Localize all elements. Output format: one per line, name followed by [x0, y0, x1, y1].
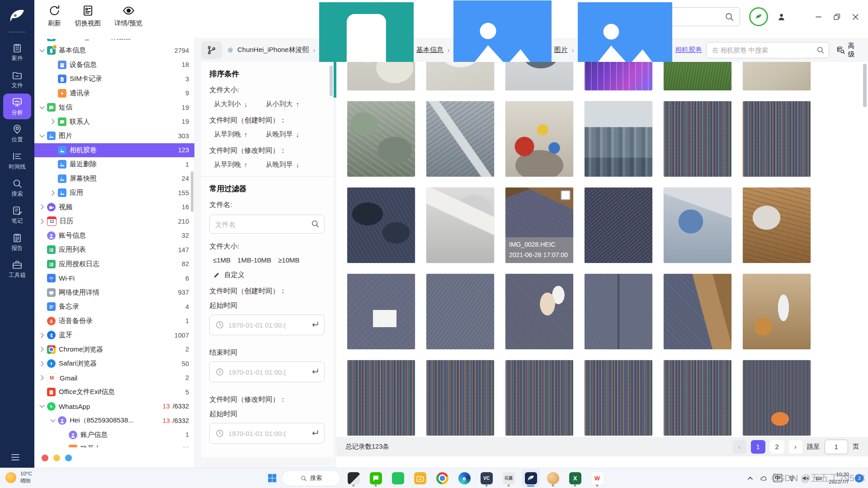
tree-item-Gmail[interactable]: MGmail2	[34, 371, 194, 385]
tree-item-日历[interactable]: 12日历210	[34, 214, 194, 229]
red-dot-button[interactable]	[42, 455, 48, 461]
photo-tile[interactable]	[743, 188, 811, 263]
grid-view-icon[interactable]	[159, 453, 168, 463]
tree-item-联系人[interactable]: 联系人19	[34, 115, 194, 129]
search-icon[interactable]	[311, 219, 320, 228]
rail-item-notes[interactable]: 笔记	[3, 202, 31, 228]
tree-item-SIM卡记录[interactable]: SIM卡记录3	[34, 72, 194, 86]
taskbar-app-tan-app[interactable]	[544, 469, 562, 487]
photo-tile[interactable]	[664, 188, 731, 263]
jump-page-input[interactable]	[825, 440, 848, 454]
taskbar-app-wps[interactable]: W	[588, 469, 606, 487]
advanced-search-button[interactable]: 高级	[836, 42, 861, 59]
created-start-input[interactable]: 1970-01-01 01:00:(	[209, 314, 325, 335]
photo-tile[interactable]	[585, 62, 652, 90]
photo-tile[interactable]	[743, 274, 811, 349]
photo-tile[interactable]	[743, 101, 811, 177]
search-icon[interactable]	[724, 12, 734, 22]
ime-indicator[interactable]: 中	[774, 474, 783, 482]
created-end-input[interactable]: 1970-01-01 01:00:(	[209, 361, 325, 382]
tree-item-相机胶卷[interactable]: 相机胶卷123	[34, 143, 194, 158]
taskbar-app-vc[interactable]: VC	[477, 469, 495, 487]
sort-option[interactable]: 从晚到早↓	[266, 130, 300, 139]
hamburger-menu-icon[interactable]	[10, 452, 21, 463]
blue-dot-button[interactable]	[65, 455, 72, 461]
photo-tile[interactable]	[743, 62, 811, 90]
tree-item-屏幕快照[interactable]: 屏幕快照24	[34, 172, 194, 186]
taskbar-app-app-dark[interactable]	[344, 469, 363, 487]
maximize-icon[interactable]	[833, 13, 841, 21]
chevron-right-icon[interactable]	[38, 360, 46, 368]
breadcrumb-item-ChunHei_iPhone林浚熙[interactable]: ChunHei_iPhone林浚熙	[226, 46, 309, 54]
rail-item-report[interactable]: 报告	[3, 229, 31, 255]
close-icon[interactable]	[851, 13, 860, 21]
sort-option[interactable]: 从早到晚↑	[214, 160, 248, 169]
tree-item-Chrome浏览器[interactable]: Chrome浏览器2	[34, 343, 194, 357]
app-logo-icon[interactable]	[0, 0, 34, 32]
export-icon[interactable]	[140, 453, 150, 463]
photo-tile[interactable]	[426, 188, 494, 263]
photo-tile[interactable]	[347, 360, 415, 436]
photo-tile[interactable]	[585, 360, 652, 436]
result-search-input[interactable]	[707, 42, 829, 58]
user-account-icon[interactable]	[777, 13, 786, 21]
tree-item-联系人[interactable]: 联系人11	[34, 442, 194, 447]
tree-item-备忘录[interactable]: 备忘录4	[34, 300, 194, 314]
photo-tile[interactable]	[426, 360, 494, 436]
photo-tile[interactable]	[664, 360, 731, 436]
tree-item-应用列表[interactable]: 应用列表147	[34, 243, 194, 257]
license-status-icon[interactable]	[749, 7, 768, 26]
chevron-down-icon[interactable]	[38, 402, 46, 410]
photo-tile[interactable]	[664, 101, 731, 177]
search-icon[interactable]	[816, 46, 825, 54]
taskbar-app-chrome[interactable]	[433, 469, 451, 487]
grid-scrollbar[interactable]	[863, 64, 867, 107]
taskbar-app-gray-app[interactable]: 石墨	[500, 469, 518, 487]
battery-icon[interactable]	[815, 474, 823, 482]
photo-tile[interactable]	[426, 62, 494, 90]
refresh-button[interactable]: 刷新	[48, 5, 61, 28]
tree-item-WhatsApp[interactable]: WhatsApp13/6332	[34, 399, 194, 414]
taskbar-app-green-app[interactable]	[389, 469, 407, 487]
chevron-right-icon[interactable]	[38, 331, 46, 339]
photo-tile[interactable]	[585, 188, 652, 263]
photo-checkbox[interactable]	[561, 190, 571, 200]
tray-expand-icon[interactable]	[746, 474, 754, 482]
tree-item-最近删除[interactable]: 最近删除1	[34, 157, 194, 172]
branch-view-button[interactable]	[201, 41, 222, 59]
yellow-dot-button[interactable]	[53, 455, 60, 461]
tree-item-Office文件Exif信息[interactable]: Office文件Exif信息5	[34, 385, 194, 399]
sort-option[interactable]: 从大到小↓	[214, 100, 248, 108]
tree-item-视频[interactable]: 视频16	[34, 200, 194, 215]
taskbar-app-forensics[interactable]	[522, 469, 540, 487]
size-chip[interactable]: ≥10MB	[278, 256, 299, 264]
weather-widget[interactable]: 10°C 晴朗	[5, 470, 32, 484]
tree-item-Hei（85259308538...[interactable]: Hei（85259308538...13/6332	[34, 413, 194, 428]
page-button-2[interactable]: 2	[770, 440, 784, 454]
photo-tile[interactable]	[505, 101, 573, 177]
switch-view-button[interactable]: 切换视图	[75, 5, 101, 28]
windows-start-icon[interactable]	[267, 473, 278, 483]
list-view-icon[interactable]	[177, 453, 187, 463]
size-chip[interactable]: ≤1MB	[213, 256, 231, 264]
chevron-right-icon[interactable]	[38, 217, 46, 225]
taskbar-clock[interactable]: 10:202022/7/7	[829, 471, 849, 485]
tree-item-网络使用详情[interactable]: 网络使用详情937	[34, 286, 194, 300]
photo-tile[interactable]	[426, 101, 494, 177]
chevron-right-icon[interactable]	[38, 203, 46, 211]
taskbar-search[interactable]: 搜索	[282, 470, 340, 486]
taskbar-app-explorer[interactable]	[411, 469, 429, 487]
filename-filter-input[interactable]	[210, 221, 324, 228]
photo-tile[interactable]	[426, 274, 494, 349]
photo-tile[interactable]: IMG_0028.HEIC2021-06-28 17:07:00	[505, 188, 573, 263]
chevron-right-icon[interactable]	[49, 117, 57, 126]
chevron-down-icon[interactable]	[38, 103, 46, 112]
photo-tile[interactable]	[347, 188, 415, 263]
photo-tile[interactable]	[347, 101, 415, 177]
rail-item-search[interactable]: 搜索	[3, 175, 31, 201]
tree-item-device[interactable]: ChunHei_iPhone林浚熙	[34, 39, 194, 43]
modified-start-input[interactable]: 1970-01-01 01:00:(	[209, 423, 325, 444]
tree-scrollbar[interactable]	[191, 171, 193, 212]
tree-item-语音备份录[interactable]: 语音备份录1	[34, 314, 194, 328]
tree-item-基本信息[interactable]: 基本信息2794	[34, 43, 194, 58]
